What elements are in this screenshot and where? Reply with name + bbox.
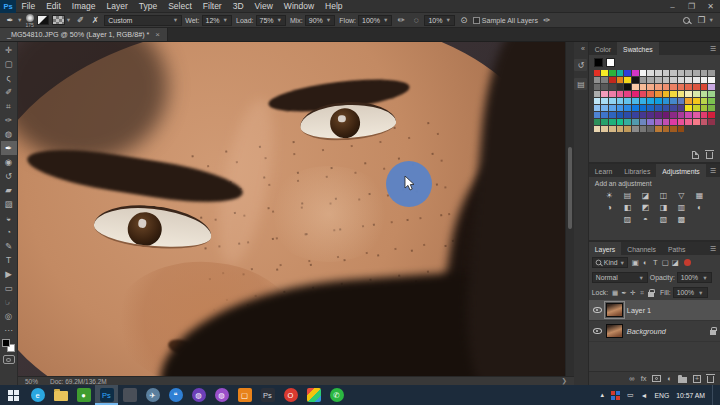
swatch[interactable] [663, 77, 670, 83]
tab-layers[interactable]: Layers [589, 242, 621, 255]
swatch[interactable] [647, 98, 654, 104]
swatch[interactable] [624, 98, 631, 104]
lock-pixels-icon[interactable]: ✒ [620, 289, 628, 297]
taskbar-whatsapp[interactable]: ✆ [325, 385, 348, 405]
swatch[interactable] [594, 126, 601, 132]
zoom-tool[interactable]: ◎ [1, 309, 17, 323]
swatch[interactable] [647, 112, 654, 118]
dodge-tool[interactable]: ◔ [1, 225, 17, 239]
swatch[interactable] [685, 98, 692, 104]
swatch[interactable] [624, 112, 631, 118]
swatch[interactable] [640, 126, 647, 132]
swatch[interactable] [624, 119, 631, 125]
swatch[interactable] [624, 70, 631, 76]
filter-type-layers-icon[interactable]: T [651, 258, 660, 267]
swatch[interactable] [609, 98, 616, 104]
swatch[interactable] [701, 119, 708, 125]
new-layer-icon[interactable]: + [693, 375, 701, 383]
levels-icon[interactable]: ▤ [622, 190, 633, 200]
swatch[interactable] [647, 126, 654, 132]
pattern-picker[interactable]: ▼ [52, 15, 71, 25]
gradient-map-icon[interactable]: ▧ [658, 214, 669, 224]
swatch[interactable] [678, 126, 685, 132]
swatch[interactable] [708, 70, 715, 76]
new-swatch-icon[interactable] [692, 151, 699, 159]
panel-menu-icon[interactable]: ☰ [706, 164, 720, 177]
swatch[interactable] [617, 91, 624, 97]
swatch[interactable] [632, 105, 639, 111]
swatch[interactable] [693, 98, 700, 104]
visibility-eye-icon[interactable] [593, 328, 602, 334]
clone-stamp-tool[interactable]: ◉ [1, 155, 17, 169]
swatch[interactable] [670, 126, 677, 132]
tray-app-icon[interactable] [611, 391, 620, 400]
swatch[interactable] [601, 105, 608, 111]
history-panel-icon[interactable]: ↺ [574, 59, 587, 71]
workspace-switcher[interactable]: ❐▼ [696, 14, 714, 26]
filter-adjustment-layers-icon[interactable]: ◐ [641, 258, 650, 267]
swatch[interactable] [655, 91, 662, 97]
swatch[interactable] [701, 77, 708, 83]
lock-all-icon[interactable] [648, 292, 654, 297]
layer-row[interactable]: Layer 1 [589, 300, 720, 321]
swatch[interactable] [640, 91, 647, 97]
swatch[interactable] [708, 91, 715, 97]
swatch[interactable] [708, 112, 715, 118]
posterize-icon[interactable]: ▨ [622, 214, 633, 224]
sample-all-layers-checkbox[interactable] [473, 17, 480, 24]
swatch[interactable] [693, 77, 700, 83]
swatch[interactable] [708, 105, 715, 111]
swatch[interactable] [693, 105, 700, 111]
gradient-tool[interactable]: ▨ [1, 197, 17, 211]
properties-panel-icon[interactable]: ▤ [574, 78, 587, 90]
shape-tool[interactable]: ▭ [1, 281, 17, 295]
swatch[interactable] [678, 105, 685, 111]
tab-libraries[interactable]: Libraries [618, 164, 656, 177]
menu-file[interactable]: File [16, 1, 41, 11]
swatch[interactable] [655, 126, 662, 132]
swatch[interactable] [685, 112, 692, 118]
swatch[interactable] [670, 91, 677, 97]
wet-input[interactable]: 12%▼ [202, 15, 232, 26]
swatch[interactable] [601, 126, 608, 132]
swatch[interactable] [601, 119, 608, 125]
close-button[interactable]: ✕ [701, 2, 720, 11]
swatch[interactable] [693, 84, 700, 90]
mix-input[interactable]: 90%▼ [305, 15, 335, 26]
lasso-tool[interactable]: ς [1, 71, 17, 85]
pressure-opacity-toggle[interactable]: ✑ [541, 14, 553, 26]
swatch[interactable] [678, 98, 685, 104]
swatch[interactable] [617, 70, 624, 76]
taskbar-photoshop[interactable]: Ps [95, 385, 118, 405]
swatch[interactable] [693, 119, 700, 125]
swatch[interactable] [670, 84, 677, 90]
swatch[interactable] [663, 91, 670, 97]
swatch[interactable] [640, 98, 647, 104]
swatch[interactable] [640, 112, 647, 118]
add-layer-mask-icon[interactable] [652, 375, 661, 382]
swatch[interactable] [693, 112, 700, 118]
swatch[interactable] [655, 70, 662, 76]
tab-close-icon[interactable]: × [155, 30, 160, 39]
marquee-tool[interactable]: ▢ [1, 57, 17, 71]
photo-filter-icon[interactable]: ◩ [640, 202, 651, 212]
swatch[interactable] [685, 105, 692, 111]
swatch[interactable] [685, 70, 692, 76]
swatch[interactable] [632, 126, 639, 132]
taskbar-file-explorer[interactable] [49, 385, 72, 405]
foreground-color-swatch[interactable] [2, 339, 10, 347]
layer-style-fx-icon[interactable]: fx [641, 374, 647, 383]
swatch[interactable] [701, 84, 708, 90]
swatch[interactable] [594, 98, 601, 104]
swatch[interactable] [640, 77, 647, 83]
tab-adjustments[interactable]: Adjustments [656, 164, 705, 177]
swatch[interactable] [701, 105, 708, 111]
taskbar-photoshop-framed[interactable]: Ps [256, 385, 279, 405]
clean-brush-after-stroke-button[interactable]: ✗ [89, 14, 101, 26]
swatch[interactable] [685, 84, 692, 90]
swatch[interactable] [609, 77, 616, 83]
swatch[interactable] [685, 77, 692, 83]
eyedropper-tool[interactable]: ✑ [1, 113, 17, 127]
swatch[interactable] [701, 98, 708, 104]
swatch[interactable] [624, 126, 631, 132]
